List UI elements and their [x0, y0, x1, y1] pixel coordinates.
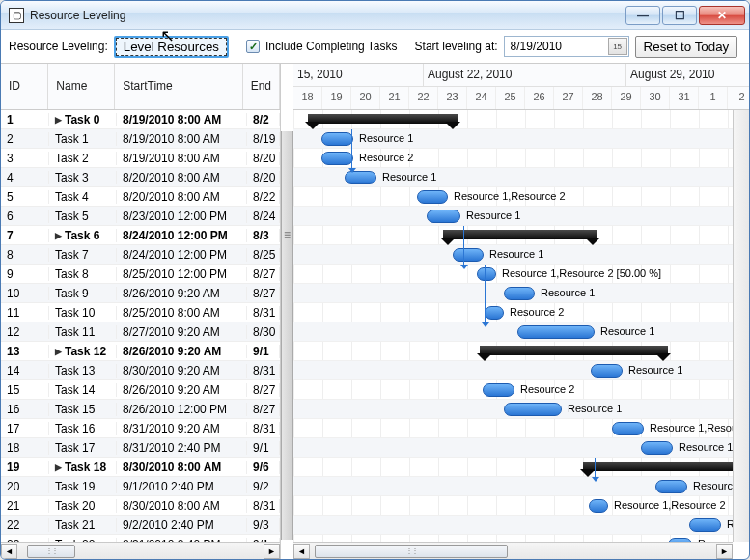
timeline-day: 31 — [670, 87, 699, 109]
scroll-thumb[interactable] — [27, 545, 75, 558]
summary-bar[interactable] — [308, 114, 458, 124]
grid-header: ID Name StartTime End — [1, 64, 280, 110]
table-row[interactable]: 3Task 28/19/2010 8:00 AM8/20 — [1, 149, 280, 168]
header-name[interactable]: Name — [48, 64, 115, 109]
task-bar[interactable] — [427, 210, 460, 223]
table-row[interactable]: 4Task 38/20/2010 8:00 AM8/20 — [1, 168, 280, 187]
expand-icon[interactable]: ▶ — [55, 347, 62, 356]
task-bar[interactable] — [504, 287, 535, 300]
expand-icon[interactable]: ▶ — [55, 462, 62, 472]
scroll-left-icon[interactable]: ◄ — [293, 544, 310, 559]
scroll-right-icon[interactable]: ► — [716, 544, 733, 559]
dependency-link — [351, 129, 352, 168]
table-row[interactable]: 6Task 58/23/2010 12:00 PM8/24 — [1, 207, 280, 226]
task-bar[interactable] — [591, 364, 623, 378]
task-bar[interactable] — [612, 422, 644, 435]
table-row[interactable]: 19▶Task 188/30/2010 8:00 AM9/6 — [1, 458, 280, 477]
header-id[interactable]: ID — [1, 64, 48, 109]
calendar-icon[interactable]: 15 — [608, 38, 627, 55]
expand-icon[interactable]: ▶ — [55, 115, 62, 125]
reset-today-button[interactable]: Reset to Today — [635, 36, 738, 58]
gantt-row: Resource 1 — [293, 516, 733, 535]
task-bar[interactable] — [485, 306, 504, 320]
cell-name: Task 5 — [49, 210, 117, 223]
task-bar[interactable] — [689, 518, 721, 532]
app-window: ▢ Resource Leveling — ☐ ✕ Resource Level… — [0, 0, 750, 560]
cell-end: 8/24 — [247, 210, 280, 223]
scroll-track[interactable] — [310, 544, 716, 559]
timeline-day: 29 — [612, 87, 641, 109]
gantt-body[interactable]: Resource 1Resource 2Resource 1Resource 1… — [293, 110, 733, 542]
cell-end: 8/22 — [247, 190, 280, 204]
cell-start: 8/27/2010 9:20 AM — [117, 325, 247, 339]
include-tasks-label: Include Completing Tasks — [265, 40, 398, 53]
grid-hscroll[interactable]: ◄ ► — [1, 542, 280, 559]
cell-name: ▶Task 0 — [49, 113, 117, 126]
timeline-day: 26 — [525, 87, 554, 109]
table-row[interactable]: 9Task 88/25/2010 12:00 PM8/27 — [1, 265, 280, 284]
cell-id: 2 — [1, 132, 49, 146]
table-row[interactable]: 22Task 219/2/2010 2:40 PM9/3 — [1, 516, 280, 535]
cell-end: 8/31 — [247, 306, 280, 320]
table-row[interactable]: 12Task 118/27/2010 9:20 AM8/30 — [1, 322, 280, 342]
cell-name: Task 14 — [49, 383, 117, 397]
task-bar[interactable] — [345, 171, 376, 184]
cell-id: 11 — [1, 306, 49, 320]
close-button[interactable]: ✕ — [699, 6, 745, 25]
table-row[interactable]: 5Task 48/20/2010 8:00 AM8/22 — [1, 187, 280, 207]
gantt-vscroll[interactable] — [733, 110, 749, 542]
task-bar[interactable] — [453, 248, 484, 262]
header-end[interactable]: End — [243, 64, 280, 109]
task-bar[interactable] — [504, 403, 562, 416]
resource-label: Resource 2 — [520, 383, 574, 395]
include-tasks-checkbox[interactable]: ✓ — [246, 40, 260, 53]
table-row[interactable]: 14Task 138/30/2010 9:20 AM8/31 — [1, 361, 280, 380]
resource-label: Resource 1 — [568, 403, 622, 414]
cell-end: 8/31 — [247, 364, 280, 378]
task-bar[interactable] — [655, 480, 687, 493]
task-bar[interactable] — [321, 132, 353, 146]
task-bar[interactable] — [483, 383, 514, 397]
minimize-button[interactable]: — — [625, 6, 660, 25]
table-row[interactable]: 2Task 18/19/2010 8:00 AM8/19 — [1, 129, 280, 149]
expand-icon[interactable]: ▶ — [55, 231, 62, 240]
titlebar[interactable]: ▢ Resource Leveling — ☐ ✕ — [1, 1, 749, 30]
summary-bar[interactable] — [480, 346, 668, 355]
table-row[interactable]: 20Task 199/1/2010 2:40 PM9/2 — [1, 477, 280, 496]
task-bar[interactable] — [417, 190, 448, 204]
splitter[interactable] — [281, 131, 293, 540]
cell-start: 8/26/2010 9:20 AM — [117, 383, 247, 397]
cell-name: ▶Task 12 — [49, 345, 117, 358]
gantt-row: Resource 1 — [293, 129, 733, 149]
timeline-day: 23 — [438, 87, 467, 109]
table-row[interactable]: 11Task 108/25/2010 8:00 AM8/31 — [1, 303, 280, 322]
table-row[interactable]: 10Task 98/26/2010 9:20 AM8/27 — [1, 284, 280, 303]
table-row[interactable]: 18Task 178/31/2010 2:40 PM9/1 — [1, 438, 280, 458]
table-row[interactable]: 23Task 228/31/2010 2:40 PM9/1 — [1, 535, 280, 542]
summary-bar[interactable] — [583, 462, 733, 471]
table-row[interactable]: 17Task 168/31/2010 9:20 AM8/31 — [1, 419, 280, 438]
scroll-right-icon[interactable]: ► — [264, 544, 280, 559]
task-bar[interactable] — [641, 441, 673, 455]
scroll-track[interactable] — [17, 544, 264, 559]
table-row[interactable]: 13▶Task 128/26/2010 9:20 AM9/1 — [1, 342, 280, 361]
scroll-left-icon[interactable]: ◄ — [1, 544, 17, 559]
task-bar[interactable] — [477, 267, 496, 281]
table-row[interactable]: 16Task 158/26/2010 12:00 PM8/27 — [1, 400, 280, 419]
summary-bar[interactable] — [443, 230, 597, 239]
table-row[interactable]: 8Task 78/24/2010 12:00 PM8/25 — [1, 245, 280, 265]
table-row[interactable]: 7▶Task 68/24/2010 12:00 PM8/3 — [1, 226, 280, 245]
level-resources-button[interactable]: Level Resources — [114, 36, 229, 58]
table-row[interactable]: 15Task 148/26/2010 9:20 AM8/27 — [1, 380, 280, 400]
task-bar[interactable] — [517, 325, 595, 339]
task-bar[interactable] — [321, 152, 353, 165]
maximize-button[interactable]: ☐ — [662, 6, 697, 25]
table-row[interactable]: 1▶Task 08/19/2010 8:00 AM8/2 — [1, 110, 280, 129]
header-start[interactable]: StartTime — [115, 64, 242, 109]
task-bar[interactable] — [589, 499, 608, 513]
gantt-hscroll[interactable]: ◄ ► — [293, 542, 733, 559]
cell-end: 9/3 — [247, 518, 280, 532]
cell-start: 8/25/2010 12:00 PM — [117, 267, 247, 281]
table-row[interactable]: 21Task 208/30/2010 8:00 AM8/31 — [1, 496, 280, 516]
scroll-thumb[interactable] — [315, 545, 508, 558]
